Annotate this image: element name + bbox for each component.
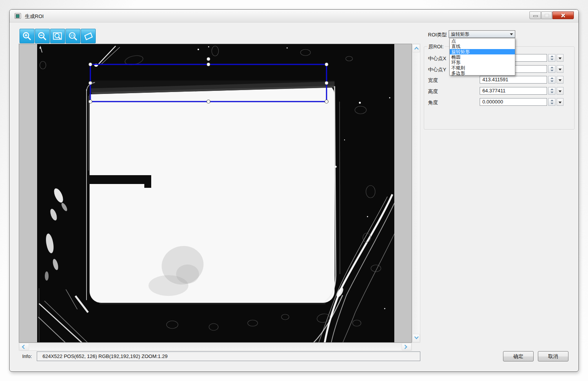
white-plate [90,84,335,303]
maximize-icon [545,14,549,17]
angle-input[interactable]: 0.000000 [480,98,547,106]
center-x-dropdown-button[interactable] [557,54,564,62]
horizontal-scrollbar[interactable] [19,343,412,351]
minimize-button[interactable] [529,11,541,19]
angle-label: 角度 [428,99,438,106]
dropdown-option-ring[interactable]: 环形 [450,60,515,65]
center-x-spinner[interactable] [548,54,555,62]
title-bar[interactable]: 生成ROI [10,10,578,23]
width-input[interactable]: 413.411591 [480,76,547,84]
scroll-right-button[interactable] [402,343,412,350]
roi-rect-tool-button[interactable] [81,29,96,43]
chevron-left-icon [22,345,26,349]
width-dropdown-button[interactable] [557,76,564,84]
svg-text:1:1: 1:1 [70,34,74,37]
dropdown-option-point[interactable]: 点 [450,38,515,44]
dropdown-option-line[interactable]: 直线 [450,44,515,49]
zoom-actual-icon: 1:1 [68,31,78,41]
zoom-actual-button[interactable]: 1:1 [65,29,80,43]
window-title: 生成ROI [25,13,44,20]
zoom-in-icon [22,31,32,41]
zoom-fit-button[interactable] [50,29,65,43]
width-label: 宽度 [428,77,438,84]
scroll-down-button[interactable] [412,334,420,342]
dialog-window: 生成ROI 1:1 [9,9,579,372]
source-roi-group-label: 原ROI: [427,43,445,50]
angle-spinner[interactable] [548,98,555,106]
center-y-spinner[interactable] [548,65,555,73]
info-status-bar: 624X522 POS(652, 126) RGB(192,192,192) Z… [37,351,420,361]
width-spinner[interactable] [548,76,555,84]
maximize-button[interactable] [541,11,552,19]
vertical-scrollbar[interactable] [412,44,420,343]
scroll-up-button[interactable] [412,44,420,53]
center-x-label: 中心点X [428,55,446,62]
angle-dropdown-button[interactable] [557,98,564,106]
ok-button[interactable]: 确定 [503,351,534,361]
dropdown-option-rotated-rect[interactable]: 旋转矩形 [450,49,515,54]
height-spinner[interactable] [548,87,555,95]
roi-type-value: 旋转矩形 [451,31,469,37]
zoom-fit-icon [53,31,63,41]
height-label: 高度 [428,88,438,95]
inspection-image [19,44,412,343]
center-y-label: 中心点Y [428,66,446,73]
dropdown-option-ellipse[interactable]: 椭圆 [450,54,515,60]
chevron-up-icon [414,47,418,51]
close-icon [560,12,566,18]
cancel-button[interactable]: 取消 [538,351,568,361]
dropdown-option-irregular[interactable]: 不规则 [450,65,515,71]
minimize-icon [533,15,538,17]
dropdown-option-polygon[interactable]: 多边形 [450,71,515,76]
chevron-down-icon [414,335,418,339]
zoom-out-button[interactable] [35,29,50,43]
zoom-out-icon [38,31,47,41]
roi-rotate-handle[interactable] [207,57,210,61]
height-dropdown-button[interactable] [557,87,564,95]
zoom-in-button[interactable] [20,29,34,43]
height-input[interactable]: 64.377411 [480,87,547,95]
combo-arrow-icon [510,33,513,35]
center-y-dropdown-button[interactable] [557,65,564,73]
chevron-right-icon [403,345,407,349]
close-button[interactable] [552,11,574,19]
plate-notch [88,175,145,184]
roi-type-dropdown-list[interactable]: 点 直线 旋转矩形 椭圆 环形 不规则 多边形 [449,38,515,76]
app-window-icon [15,13,21,19]
info-label: Info: [22,353,32,359]
roi-type-combobox[interactable]: 旋转矩形 [449,30,515,38]
rotated-rect-icon [83,31,93,41]
image-canvas[interactable] [19,44,412,343]
scroll-left-button[interactable] [19,343,29,350]
roi-type-label: ROI类型 [428,31,447,38]
